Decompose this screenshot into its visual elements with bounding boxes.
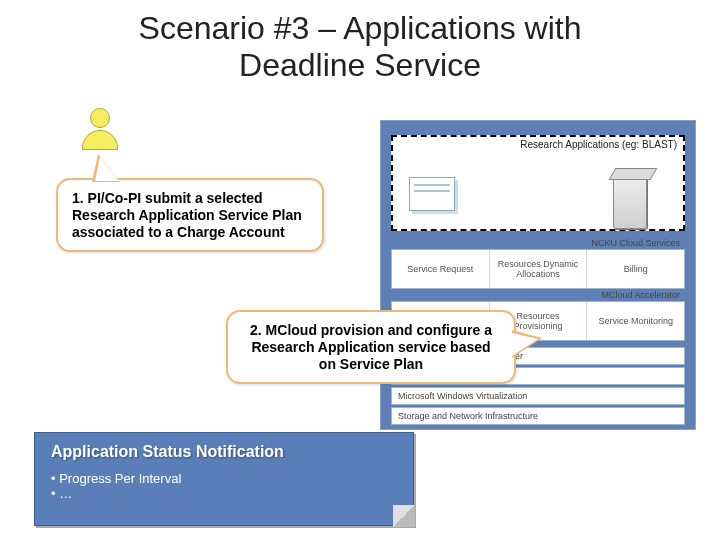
title-line1: Scenario #3 – Applications with (0, 10, 720, 47)
pi-user-icon (78, 108, 122, 152)
cloud-services-row: NCKU Cloud Services Service Request Reso… (391, 249, 685, 289)
resources-alloc-cell: Resources Dynamic Allocations (490, 250, 588, 288)
page-fold-icon (393, 505, 415, 527)
stack-row-storage: Storage and Network Infrastructure (391, 407, 685, 425)
cloud-services-label: NCKU Cloud Services (591, 238, 680, 248)
document-icon (409, 177, 455, 211)
callout-2-text: 2. MCloud provision and configure a Rese… (250, 322, 492, 372)
accelerator-label: MCloud Accelerator (601, 290, 680, 300)
callout-1-tail (92, 154, 120, 182)
callout-2-tail (512, 330, 542, 358)
research-apps-label: Research Applications (eg: BLAST) (520, 139, 677, 150)
notification-panel: Application Status Notification Progress… (34, 432, 414, 526)
notification-list: Progress Per Interval … (51, 471, 397, 501)
notification-heading: Application Status Notification (51, 443, 397, 461)
service-request-cell: Service Request (392, 250, 490, 288)
notification-item-2: … (51, 486, 397, 501)
server-icon (613, 173, 647, 229)
callout-1-text: 1. PI/Co-PI submit a selected Research A… (72, 190, 302, 240)
service-monitor-cell: Service Monitoring (587, 302, 684, 340)
billing-cell: Billing (587, 250, 684, 288)
stack-row-virt: Microsoft Windows Virtualization (391, 387, 685, 405)
title-line2: Deadline Service (0, 47, 720, 84)
slide-title: Scenario #3 – Applications with Deadline… (0, 10, 720, 84)
callout-step-2: 2. MCloud provision and configure a Rese… (226, 310, 516, 384)
research-apps-box: Research Applications (eg: BLAST) (391, 135, 685, 231)
notification-item-1: Progress Per Interval (51, 471, 397, 486)
callout-step-1: 1. PI/Co-PI submit a selected Research A… (56, 178, 324, 252)
